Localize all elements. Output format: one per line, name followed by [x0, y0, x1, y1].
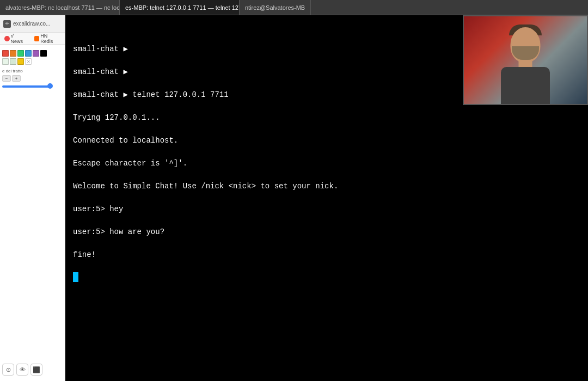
tab-nc-localhost[interactable]: alvatores-MBP: nc localhost 7711 — nc lo…	[0, 0, 120, 15]
color-blue[interactable]	[25, 50, 32, 57]
tab-label-nc: alvatores-MBP: nc localhost 7711 — nc lo…	[5, 4, 120, 11]
terminal-line-7: user:5> hey	[73, 204, 580, 215]
excalidraw-canvas[interactable]: ✕ e del tratto − + ⊙ 👁 ⬛	[0, 45, 65, 381]
color-light1[interactable]	[2, 58, 9, 65]
webcam-overlay	[463, 15, 588, 105]
stroke-plus-btn[interactable]: +	[12, 75, 21, 82]
color-row-1	[2, 50, 51, 57]
tool-square[interactable]: ⬛	[30, 364, 42, 376]
tab-label-telnet: es-MBP: telnet 127.0.0.1 7711 — telnet 1…	[125, 4, 240, 11]
terminal-wrapper: small-chat ▶ small-chat ▶ small-chat ▶ t…	[65, 15, 588, 381]
color-purple[interactable]	[33, 50, 39, 57]
terminal-line-8: user:5> how are you?	[73, 226, 580, 238]
bookmark-hn-label: HN Redis	[40, 33, 60, 44]
terminal-line-6: Welcome to Simple Chat! Use /nick <nick>…	[73, 181, 580, 192]
tab-bar: alvatores-MBP: nc localhost 7711 — nc lo…	[0, 0, 588, 15]
stroke-label: e del tratto	[2, 69, 51, 73]
color-x[interactable]: ✕	[25, 58, 32, 65]
person-body	[501, 67, 550, 105]
color-black[interactable]	[40, 50, 47, 57]
slider-bar[interactable]	[2, 85, 51, 88]
reddit-icon	[4, 36, 10, 41]
color-orange[interactable]	[10, 50, 16, 57]
toolbar-left: ✕ e del tratto − +	[2, 50, 51, 88]
hn-icon	[34, 36, 40, 41]
bookmark-news[interactable]: r/ News	[2, 33, 29, 45]
terminal-cursor	[73, 272, 78, 282]
tool-circle[interactable]: ⊙	[2, 364, 14, 376]
tab-telnet-active[interactable]: es-MBP: telnet 127.0.0.1 7711 — telnet 1…	[120, 0, 240, 15]
sidebar-excalidraw: ✏ excalidraw.co... r/ News HN Redis	[0, 15, 65, 381]
slider-container	[2, 85, 51, 88]
terminal-line-9: fine!	[73, 249, 580, 261]
color-row-2: ✕	[2, 58, 51, 65]
slider-thumb	[47, 83, 53, 89]
browser-favicon: ✏	[3, 20, 11, 28]
color-light2[interactable]	[10, 58, 16, 65]
bottom-tools: ⊙ 👁 ⬛	[2, 364, 42, 376]
bookmarks-bar: r/ News HN Redis	[0, 33, 65, 45]
browser-url: excalidraw.co...	[13, 21, 50, 27]
stroke-controls: − +	[2, 75, 51, 82]
bookmark-hn[interactable]: HN Redis	[32, 33, 63, 45]
color-yellow[interactable]	[17, 58, 24, 65]
color-red[interactable]	[2, 50, 9, 57]
terminal-line-5: Escape character is '^]'.	[73, 158, 580, 169]
terminal-line-3: Trying 127.0.0.1...	[73, 112, 580, 124]
tab-label-ntirez: ntirez@Salvatores-MB	[245, 4, 305, 11]
webcam-bg	[464, 16, 587, 104]
tool-eye[interactable]: 👁	[16, 364, 28, 376]
bookmark-news-label: r/ News	[11, 33, 27, 44]
terminal-line-4: Connected to localhost.	[73, 135, 580, 146]
color-green[interactable]	[17, 50, 24, 57]
tab-ntirez[interactable]: ntirez@Salvatores-MB	[240, 0, 311, 15]
stroke-minus-btn[interactable]: −	[2, 75, 11, 82]
browser-bar: ✏ excalidraw.co...	[0, 15, 65, 33]
